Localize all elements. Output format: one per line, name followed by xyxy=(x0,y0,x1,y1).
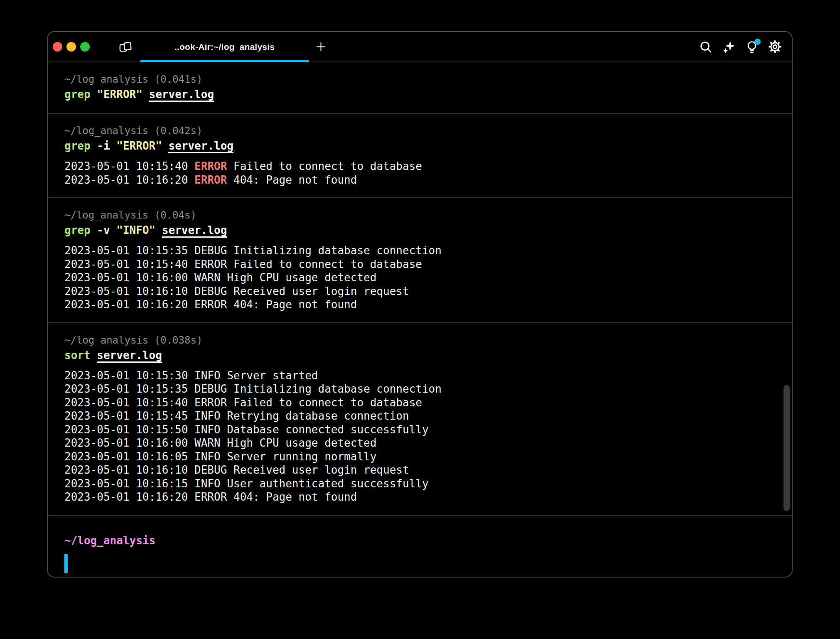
output-line: 2023-05-01 10:15:40 ERROR Failed to conn… xyxy=(64,258,775,271)
command-output: 2023-05-01 10:15:40 ERROR Failed to conn… xyxy=(64,160,775,187)
new-tab-button[interactable] xyxy=(315,41,327,52)
output-text: 2023-05-01 10:16:10 DEBUG Received user … xyxy=(64,285,409,297)
toolbar-actions xyxy=(699,40,782,54)
command-token xyxy=(155,224,162,236)
command-block[interactable]: ~/log_analysis (0.038s)sort server.log20… xyxy=(48,323,792,516)
command-token: "ERROR" xyxy=(116,140,162,152)
active-tab-indicator xyxy=(140,60,309,62)
output-text: 2023-05-01 10:16:20 xyxy=(64,174,194,186)
output-text: 2023-05-01 10:15:35 DEBUG Initializing d… xyxy=(64,244,442,257)
output-line: 2023-05-01 10:15:45 INFO Retrying databa… xyxy=(64,409,775,423)
terminal-scrollback: ~/log_analysis (0.041s)grep "ERROR" serv… xyxy=(48,62,792,516)
terminal-window: ..ook-Air:~/log_analysis xyxy=(47,31,793,578)
output-line: 2023-05-01 10:16:10 DEBUG Received user … xyxy=(64,285,775,298)
output-text: 2023-05-01 10:15:40 xyxy=(64,160,194,172)
output-line: 2023-05-01 10:15:35 DEBUG Initializing d… xyxy=(64,244,775,258)
tips-button[interactable] xyxy=(746,40,758,54)
command-output: 2023-05-01 10:15:35 DEBUG Initializing d… xyxy=(64,244,775,312)
command-line: grep -v "INFO" server.log xyxy=(64,222,775,238)
command-line: sort server.log xyxy=(64,347,775,363)
command-token xyxy=(91,349,97,361)
output-text: 2023-05-01 10:15:30 INFO Server started xyxy=(64,369,318,382)
close-window-button[interactable] xyxy=(53,42,62,52)
output-line: 2023-05-01 10:16:20 ERROR 404: Page not … xyxy=(64,298,775,312)
output-line: 2023-05-01 10:16:10 DEBUG Received user … xyxy=(64,463,775,477)
context-line: ~/log_analysis (0.04s) xyxy=(64,208,775,222)
command-block[interactable]: ~/log_analysis (0.041s)grep "ERROR" serv… xyxy=(48,62,792,114)
output-text: 2023-05-01 10:16:20 ERROR 404: Page not … xyxy=(64,298,357,311)
output-line: 2023-05-01 10:15:40 ERROR Failed to conn… xyxy=(64,160,775,173)
output-text: 2023-05-01 10:15:50 INFO Database connec… xyxy=(64,423,429,436)
output-text: 2023-05-01 10:15:40 ERROR Failed to conn… xyxy=(64,396,422,409)
notification-dot xyxy=(754,39,761,45)
pages-icon[interactable] xyxy=(119,41,133,53)
command-token xyxy=(91,88,97,101)
settings-icon xyxy=(768,40,782,54)
minimize-window-button[interactable] xyxy=(66,42,76,52)
output-text: 2023-05-01 10:16:05 INFO Server running … xyxy=(64,450,376,463)
output-text: 2023-05-01 10:16:20 ERROR 404: Page not … xyxy=(64,491,357,503)
command-output: 2023-05-01 10:15:30 INFO Server started2… xyxy=(64,369,775,504)
output-line: 2023-05-01 10:16:00 WARN High CPU usage … xyxy=(64,436,775,450)
command-line: grep "ERROR" server.log xyxy=(64,86,775,102)
output-line: 2023-05-01 10:15:50 INFO Database connec… xyxy=(64,423,775,437)
text-cursor xyxy=(64,554,68,573)
command-token: "INFO" xyxy=(116,224,155,236)
command-token: -v xyxy=(91,224,117,236)
scrollbar-thumb[interactable] xyxy=(784,385,790,511)
output-line: 2023-05-01 10:15:40 ERROR Failed to conn… xyxy=(64,396,775,410)
command-token: server.log xyxy=(97,349,162,363)
search-button[interactable] xyxy=(699,40,712,54)
tab-log-analysis[interactable]: ..ook-Air:~/log_analysis xyxy=(140,32,309,61)
tab-bar: ..ook-Air:~/log_analysis xyxy=(48,32,792,62)
context-line: ~/log_analysis (0.041s) xyxy=(64,72,775,86)
output-text: 2023-05-01 10:15:40 ERROR Failed to conn… xyxy=(64,258,422,270)
output-text: Failed to connect to database xyxy=(227,160,422,172)
output-line: 2023-05-01 10:16:00 WARN High CPU usage … xyxy=(64,271,775,285)
tab-title: ..ook-Air:~/log_analysis xyxy=(174,42,275,52)
command-line: grep -i "ERROR" server.log xyxy=(64,138,775,154)
output-text: 2023-05-01 10:16:00 WARN High CPU usage … xyxy=(64,271,376,284)
prompt-path: ~/log_analysis xyxy=(64,534,775,548)
match-highlight: ERROR xyxy=(194,174,227,186)
context-line: ~/log_analysis (0.038s) xyxy=(64,333,775,347)
command-token xyxy=(142,88,149,101)
plus-icon xyxy=(315,41,327,52)
ai-assistant-button[interactable] xyxy=(722,40,736,54)
output-line: 2023-05-01 10:16:20 ERROR 404: Page not … xyxy=(64,490,775,504)
output-line: 2023-05-01 10:15:30 INFO Server started xyxy=(64,369,775,383)
command-token: grep xyxy=(64,224,91,236)
command-token: server.log xyxy=(162,224,227,238)
output-text: 2023-05-01 10:16:15 INFO User authentica… xyxy=(64,477,429,490)
prompt-input-block[interactable]: ~/log_analysis xyxy=(48,516,792,573)
settings-button[interactable] xyxy=(768,40,782,54)
command-token: server.log xyxy=(168,140,233,153)
output-line: 2023-05-01 10:16:20 ERROR 404: Page not … xyxy=(64,173,775,187)
command-token: grep xyxy=(64,140,91,152)
context-line: ~/log_analysis (0.042s) xyxy=(64,124,775,138)
output-line: 2023-05-01 10:16:05 INFO Server running … xyxy=(64,450,775,464)
output-text: 2023-05-01 10:15:35 DEBUG Initializing d… xyxy=(64,383,442,395)
command-token: -i xyxy=(91,140,117,152)
command-block[interactable]: ~/log_analysis (0.042s)grep -i "ERROR" s… xyxy=(48,114,792,198)
command-token: sort xyxy=(64,349,91,361)
output-text: 2023-05-01 10:16:10 DEBUG Received user … xyxy=(64,464,409,476)
window-controls xyxy=(53,42,90,52)
output-text: 2023-05-01 10:16:00 WARN High CPU usage … xyxy=(64,437,376,449)
output-text: 404: Page not found xyxy=(227,174,357,186)
match-highlight: ERROR xyxy=(194,160,227,172)
output-line: 2023-05-01 10:16:15 INFO User authentica… xyxy=(64,477,775,491)
command-token: "ERROR" xyxy=(97,88,142,101)
search-icon xyxy=(699,40,712,54)
zoom-window-button[interactable] xyxy=(80,42,90,52)
command-token: server.log xyxy=(149,88,214,102)
command-token: grep xyxy=(64,88,91,101)
command-token xyxy=(162,140,169,152)
ai-sparkle-icon xyxy=(722,40,736,54)
command-block[interactable]: ~/log_analysis (0.04s)grep -v "INFO" ser… xyxy=(48,198,792,323)
output-text: 2023-05-01 10:15:45 INFO Retrying databa… xyxy=(64,410,409,422)
output-line: 2023-05-01 10:15:35 DEBUG Initializing d… xyxy=(64,382,775,396)
